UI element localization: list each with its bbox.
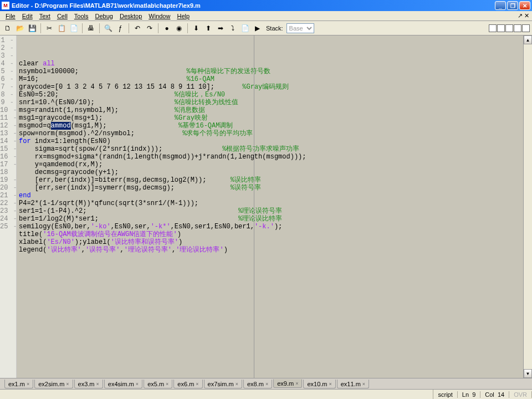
code-editor[interactable]: clear allnsymbol=100000; %每种信噪比下的发送符号数M=… — [17, 35, 523, 378]
line-gutter[interactable]: 1 -2 -3 -4 -5 -6 -7 -8 -9 -10 -11 -12 -1… — [0, 35, 17, 378]
run-cell-icon[interactable]: 📄 — [239, 23, 250, 34]
print-icon[interactable]: 🖶 — [85, 23, 96, 34]
gutter-line[interactable]: 17 - — [0, 161, 14, 168]
gutter-line[interactable]: 15 - — [0, 145, 14, 153]
code-line[interactable]: rx=msgmod+sigma*(randn(1,length(msgmod))… — [19, 153, 523, 161]
code-line[interactable]: snr1=10.^(EsN0/10); %信噪比转换为线性值 — [19, 99, 523, 106]
breakpoint-set-icon[interactable]: ● — [161, 23, 172, 34]
gutter-line[interactable]: 6 - — [0, 75, 14, 83]
tab-ex9-m[interactable]: ex9.m× — [273, 379, 302, 388]
tab-ex10-m[interactable]: ex10.m× — [303, 380, 335, 388]
code-line[interactable]: P4=2*(1-1/sqrt(M))*qfunc(sqrt(3*snr1/(M-… — [19, 200, 523, 207]
function-icon[interactable]: ƒ — [115, 23, 126, 34]
tab-ex5-m[interactable]: ex5.m× — [144, 380, 172, 388]
menu-help[interactable]: Help — [173, 12, 193, 20]
code-line[interactable]: M=16; %16-QAM — [19, 75, 523, 83]
gutter-line[interactable]: 20 - — [0, 184, 14, 192]
tab-ex4sim-m[interactable]: ex4sim.m× — [104, 380, 142, 388]
gutter-line[interactable]: 2 - — [0, 44, 14, 52]
tab-ex8-m[interactable]: ex8.m× — [243, 380, 272, 388]
gutter-line[interactable]: 23 - — [0, 207, 14, 215]
code-line[interactable]: xlabel('Es/N0');ylabel('误比特率和误符号率') — [19, 238, 523, 246]
open-file-icon[interactable]: 📂 — [14, 23, 25, 34]
gutter-line[interactable]: 25 - — [0, 223, 14, 231]
scroll-track[interactable] — [524, 44, 532, 369]
menu-debug[interactable]: Debug — [92, 12, 116, 20]
layout-1-icon[interactable] — [489, 24, 497, 32]
menu-file[interactable]: File — [2, 12, 19, 20]
menu-window[interactable]: Window — [145, 12, 173, 20]
split-line[interactable] — [254, 35, 254, 378]
maximize-button[interactable]: ❐ — [507, 1, 518, 10]
code-line[interactable]: clear all — [19, 60, 523, 68]
menu-tools[interactable]: Tools — [71, 12, 92, 20]
tab-close-icon[interactable]: × — [265, 381, 268, 387]
gutter-line[interactable]: 11 - — [0, 114, 14, 122]
gutter-line[interactable]: 1 - — [0, 37, 14, 44]
tab-ex2sim-m[interactable]: ex2sim.m× — [34, 380, 73, 388]
gutter-line[interactable]: 22 - — [0, 200, 14, 207]
layout-3-icon[interactable] — [505, 24, 513, 32]
code-line[interactable]: ber1=1/log2(M)*ser1; %理论误比特率 — [19, 215, 523, 223]
code-line[interactable]: msgmod=qammod(msg1,M); %基带16-QAM调制 — [19, 122, 523, 130]
gutter-line[interactable]: 10 - — [0, 106, 14, 114]
gutter-line[interactable]: 5 - — [0, 68, 14, 75]
tab-close-icon[interactable]: × — [196, 381, 198, 387]
redo-icon[interactable]: ↷ — [144, 23, 155, 34]
code-line[interactable]: [err,ber(indx)]=biterr(msg,decmsg,log2(M… — [19, 176, 523, 184]
minimize-button[interactable]: _ — [495, 1, 506, 10]
code-line[interactable]: title('16-QAM载波调制信号在AWGN信道下的性能') — [19, 231, 523, 238]
tab-close-icon[interactable]: × — [362, 381, 365, 387]
code-line[interactable]: sigma=sqrt(spow/(2*snr1(indx))); %根据符号功率… — [19, 145, 523, 153]
code-line[interactable]: end — [19, 192, 523, 200]
code-line[interactable]: msg=randint(1,nsymbol,M); %消息数据 — [19, 106, 523, 114]
dock-arrow-icon[interactable]: ↗ — [516, 12, 523, 19]
run-icon[interactable]: ▶ — [252, 23, 263, 34]
gutter-line[interactable]: 16 - — [0, 153, 14, 161]
menu-edit[interactable]: Edit — [19, 12, 36, 20]
save-file-icon[interactable]: 💾 — [27, 23, 38, 34]
step-in-icon[interactable]: ⬆ — [203, 23, 214, 34]
code-line[interactable]: nsymbol=100000; %每种信噪比下的发送符号数 — [19, 68, 523, 75]
code-line[interactable]: legend('误比特率','误符号率','理论误符号率','理论误比特率') — [19, 246, 523, 254]
gutter-line[interactable]: 13 - — [0, 130, 14, 137]
gutter-line[interactable]: 7 - — [0, 83, 14, 91]
gutter-line[interactable]: 21 - — [0, 192, 14, 200]
step-icon[interactable]: ⬇ — [191, 23, 202, 34]
tab-close-icon[interactable]: × — [66, 381, 69, 387]
code-line[interactable]: decmsg=graycode(y+1); — [19, 168, 523, 176]
tab-ex3-m[interactable]: ex3.m× — [74, 380, 103, 388]
code-line[interactable]: ser1=1-(1-P4).^2; %理论误符号率 — [19, 207, 523, 215]
layout-2-icon[interactable] — [497, 24, 505, 32]
dock-close-icon[interactable]: ✕ — [523, 12, 530, 19]
vertical-scrollbar[interactable]: ▲ ▼ — [523, 35, 532, 378]
copy-icon[interactable]: 📋 — [56, 23, 67, 34]
gutter-line[interactable]: 3 - — [0, 52, 14, 60]
scroll-up-icon[interactable]: ▲ — [524, 35, 532, 44]
scroll-down-icon[interactable]: ▼ — [524, 369, 532, 378]
tab-close-icon[interactable]: × — [136, 381, 139, 387]
code-line[interactable]: y=qamdemod(rx,M); — [19, 161, 523, 168]
tab-close-icon[interactable]: × — [295, 381, 298, 386]
breakpoint-clear-icon[interactable]: ◉ — [173, 23, 185, 34]
code-line[interactable]: semilogy(EsN0,ber,'-ko',EsN0,ser,'-k*',E… — [19, 223, 523, 231]
tab-close-icon[interactable]: × — [27, 381, 29, 387]
tab-ex1-m[interactable]: ex1.m× — [4, 380, 33, 388]
tab-ex7sim-m[interactable]: ex7sim.m× — [204, 380, 242, 388]
gutter-line[interactable]: 19 - — [0, 176, 14, 184]
step-out-icon[interactable]: ➡ — [215, 23, 226, 34]
code-line[interactable]: for indx=1:length(EsN0) — [19, 137, 523, 145]
tab-close-icon[interactable]: × — [96, 381, 99, 387]
layout-5-icon[interactable] — [522, 24, 530, 32]
gutter-line[interactable]: 9 - — [0, 99, 14, 106]
code-line[interactable]: spow=norm(msgmod).^2/nsymbol; %求每个符号的平均功… — [19, 130, 523, 137]
tab-close-icon[interactable]: × — [166, 381, 168, 387]
tab-ex6-m[interactable]: ex6.m× — [173, 380, 202, 388]
code-line[interactable]: [err,ser(indx)]=symerr(msg,decmsg); %误符号… — [19, 184, 523, 192]
cut-icon[interactable]: ✂ — [44, 23, 55, 34]
gutter-line[interactable]: 24 - — [0, 215, 14, 223]
new-file-icon[interactable]: 🗋 — [2, 23, 13, 34]
menu-desktop[interactable]: Desktop — [116, 12, 145, 20]
tab-ex11-m[interactable]: ex11.m× — [337, 380, 369, 388]
layout-4-icon[interactable] — [514, 24, 521, 32]
